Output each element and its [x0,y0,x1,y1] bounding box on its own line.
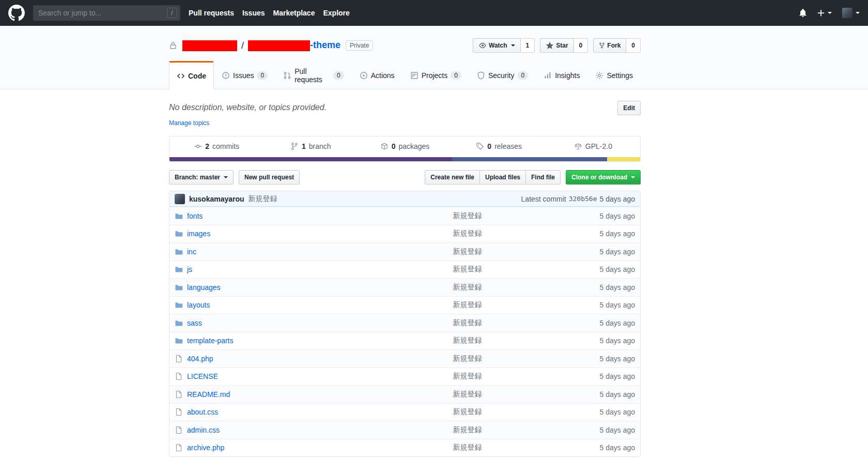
file-name-link[interactable]: sass [187,319,202,327]
file-name-link[interactable]: LICENSE [187,372,218,380]
commit-sha-link[interactable]: 320b56e [569,195,597,203]
latest-commit-bar: kusokamayarou 新規登録 Latest commit 320b56e… [169,191,640,207]
file-name-link[interactable]: README.md [187,390,230,399]
tab-security[interactable]: Security0 [469,61,536,89]
tab-settings[interactable]: Settings [587,61,641,89]
user-menu[interactable] [842,8,860,18]
folder-icon [175,319,183,327]
file-name-link[interactable]: inc [187,248,196,256]
clone-or-download-button[interactable]: Clone or download [566,170,641,185]
stat-link[interactable]: 1branch [290,142,331,150]
tab-issues[interactable]: Issues0 [214,61,275,89]
package-icon [380,142,389,150]
file-commit-message-link[interactable]: 新規登録 [453,283,482,291]
file-commit-message-link[interactable]: 新規登録 [453,247,482,255]
edit-description-button[interactable]: Edit [617,101,641,115]
folder-icon [175,265,183,273]
file-name-link[interactable]: fonts [187,212,203,220]
file-name-link[interactable]: about.css [187,408,218,416]
file-name-link[interactable]: layouts [187,301,210,309]
tab-counter: 0 [451,71,461,80]
language-segment [607,157,640,161]
file-commit-message-link[interactable]: 新規登録 [453,229,482,237]
file-commit-message-link[interactable]: 新規登録 [453,425,482,434]
fork-count[interactable]: 0 [626,38,641,53]
file-commit-message-link[interactable]: 新規登録 [453,265,482,273]
file-commit-message-link[interactable]: 新規登録 [453,390,482,398]
branch-icon [290,142,299,150]
file-commit-time: 5 days ago [578,301,640,309]
upload-files-button[interactable]: Upload files [480,170,526,185]
top-navigation: / Pull requestsIssuesMarketplaceExplore [0,0,868,26]
watch-button[interactable]: Watch [473,38,521,53]
commit-author-link[interactable]: kusokamayarou [189,195,244,203]
commit-author-avatar[interactable] [175,194,185,204]
repo-path-separator: / [241,40,244,51]
file-commit-message-link[interactable]: 新規登録 [453,211,482,220]
stat-link[interactable]: 2commits [194,142,239,150]
manage-topics-link[interactable]: Manage topics [169,119,209,127]
file-commit-time: 5 days ago [578,408,640,416]
search-input[interactable] [33,5,180,21]
file-commit-message-link[interactable]: 新規登録 [453,354,482,362]
file-commit-message-link[interactable]: 新規登録 [453,372,482,380]
tab-projects[interactable]: Projects0 [402,61,469,89]
file-commit-time: 5 days ago [578,444,640,452]
file-commit-message-link[interactable]: 新規登録 [453,407,482,416]
stat-link[interactable]: 0releases [476,142,522,150]
repo-name-link[interactable]: -theme [248,40,340,52]
new-pull-request-button[interactable]: New pull request [239,170,300,185]
create-new-menu[interactable] [817,9,832,17]
tab-pull-requests[interactable]: Pull requests0 [275,61,352,89]
file-commit-message-link[interactable]: 新規登録 [453,443,482,451]
star-count[interactable]: 0 [574,38,588,53]
stat-link[interactable]: GPL-2.0 [574,142,612,150]
stat-link[interactable]: 0packages [380,142,430,150]
tag-icon [476,142,484,150]
folder-icon [175,283,183,292]
file-commit-time: 5 days ago [578,319,640,327]
topnav-link-marketplace[interactable]: Marketplace [273,9,315,17]
file-row: LICENSE新規登録5 days ago [169,368,640,386]
file-row: inc新規登録5 days ago [169,242,640,261]
file-name-link[interactable]: js [187,265,192,273]
tab-insights[interactable]: Insights [536,61,587,89]
tab-label: Issues [233,71,254,80]
file-commit-time: 5 days ago [578,283,640,292]
topnav-link-issues[interactable]: Issues [242,9,265,17]
fork-button[interactable]: Fork [593,38,626,53]
chevron-down-icon [828,12,832,16]
file-row: sass新規登録5 days ago [169,314,640,332]
commit-message-link[interactable]: 新規登録 [249,194,277,204]
repo-fork-icon [599,41,605,50]
watch-count[interactable]: 1 [521,38,535,53]
github-logo-icon[interactable] [8,5,25,21]
file-commit-time: 5 days ago [578,230,640,238]
tab-actions[interactable]: Actions [352,61,402,89]
branch-selector-button[interactable]: Branch: master [169,170,234,185]
tab-code[interactable]: Code [169,61,214,89]
topnav-link-explore[interactable]: Explore [323,9,349,17]
repo-owner-link-redacted[interactable] [182,40,237,51]
star-button[interactable]: Star [540,38,574,53]
file-name-link[interactable]: images [187,230,210,238]
file-actions-group: Create new file Upload files Find file [425,170,561,185]
file-commit-message-link[interactable]: 新規登録 [453,300,482,309]
language-bar[interactable] [169,157,640,161]
folder-icon [175,248,183,256]
file-commit-time: 5 days ago [578,426,640,434]
file-name-link[interactable]: archive.php [187,444,224,452]
file-row: js新規登録5 days ago [169,261,640,279]
file-icon [175,444,183,452]
file-commit-message-link[interactable]: 新規登録 [453,336,482,344]
file-name-link[interactable]: template-parts [187,337,233,345]
stat-releases: 0releases [452,142,546,152]
create-new-file-button[interactable]: Create new file [425,170,480,185]
file-name-link[interactable]: languages [187,283,221,292]
find-file-button[interactable]: Find file [526,170,561,185]
file-commit-message-link[interactable]: 新規登録 [453,318,482,327]
file-name-link[interactable]: admin.css [187,426,220,434]
topnav-link-pull-requests[interactable]: Pull requests [189,9,234,17]
file-name-link[interactable]: 404.php [187,355,213,363]
notifications-bell-icon[interactable] [799,9,807,17]
